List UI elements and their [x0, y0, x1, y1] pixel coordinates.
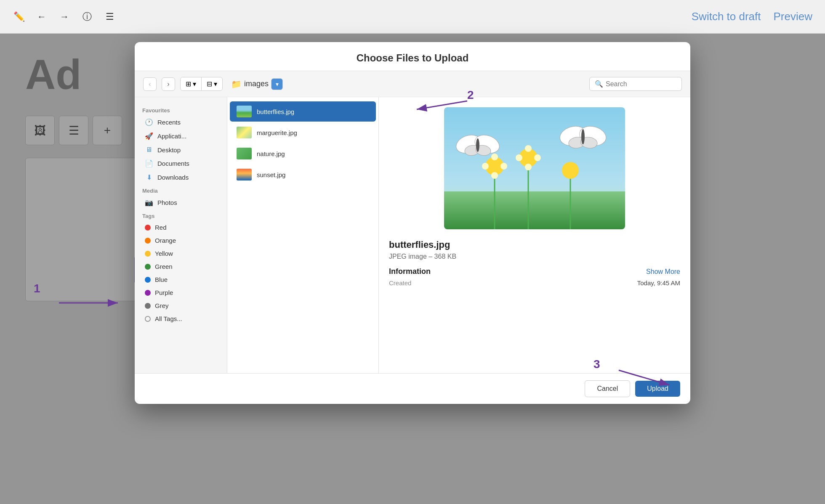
sidebar-tag-grey[interactable]: Grey	[137, 299, 224, 312]
menu-icon[interactable]: ☰	[104, 11, 116, 23]
sidebar-tag-red[interactable]: Red	[137, 221, 224, 234]
downloads-icon: ⬇	[145, 173, 153, 181]
svg-point-25	[581, 129, 585, 144]
sunset-thumb	[237, 169, 252, 180]
nature-thumb	[237, 148, 252, 159]
sidebar-tag-yellow[interactable]: Yellow	[137, 247, 224, 260]
grey-tag-dot	[145, 303, 151, 309]
svg-point-20	[476, 138, 479, 152]
sidebar-all-tags[interactable]: All Tags...	[137, 312, 224, 325]
preview-image	[444, 107, 625, 229]
recents-icon: 🕐	[145, 118, 153, 126]
sidebar-item-downloads[interactable]: ⬇ Downloads	[137, 170, 224, 184]
file-item-nature[interactable]: nature.jpg	[230, 143, 376, 164]
butterflies-filename: butterflies.jpg	[257, 108, 294, 115]
sidebar-tag-blue[interactable]: Blue	[137, 273, 224, 286]
search-input[interactable]	[606, 80, 673, 88]
folder-icon: 📁	[231, 79, 242, 89]
show-more-button[interactable]: Show More	[646, 268, 680, 276]
preview-filename: butterflies.jpg	[389, 239, 450, 250]
dialog-overlay: Choose Files to Upload ‹ › ⊞ ▾ ⊟ ▾ 📁 ima…	[0, 34, 825, 504]
green-tag-label: Green	[155, 263, 173, 270]
dialog-toolbar: ‹ › ⊞ ▾ ⊟ ▾ 📁 images ▾ 🔍	[135, 71, 690, 97]
sunset-filename: sunset.jpg	[257, 171, 285, 178]
all-tags-label: All Tags...	[155, 315, 182, 322]
columns-view-icon: ⊞	[186, 80, 191, 88]
marguerite-filename: marguerite.jpg	[257, 129, 297, 136]
sidebar-item-photos[interactable]: 📷 Photos	[137, 196, 224, 210]
path-dropdown-button[interactable]: ▾	[271, 78, 283, 90]
sidebar-item-documents[interactable]: 📄 Documents	[137, 157, 224, 170]
file-item-sunset[interactable]: sunset.jpg	[230, 164, 376, 185]
search-icon: 🔍	[595, 80, 603, 88]
all-tags-dot	[145, 316, 151, 322]
file-item-marguerite[interactable]: marguerite.jpg	[230, 122, 376, 143]
orange-tag-label: Orange	[155, 237, 176, 244]
cancel-button[interactable]: Cancel	[585, 380, 630, 397]
preview-info-row: Information Show More	[389, 267, 680, 276]
purple-tag-label: Purple	[155, 289, 173, 296]
svg-point-11	[500, 163, 507, 170]
sidebar-tag-orange[interactable]: Orange	[137, 234, 224, 247]
svg-point-14	[516, 154, 522, 161]
svg-point-9	[491, 172, 498, 179]
svg-point-8	[491, 154, 498, 160]
view-toggle: ⊞ ▾ ⊟ ▾	[180, 77, 223, 91]
sidebar-downloads-label: Downloads	[157, 174, 189, 181]
preview-button[interactable]: Preview	[774, 10, 812, 23]
dialog-upload-button[interactable]: Upload	[635, 381, 680, 397]
svg-rect-1	[444, 191, 625, 229]
info-icon[interactable]: ⓘ	[81, 11, 93, 23]
back-nav-button[interactable]: ‹	[143, 77, 157, 91]
nature-filename: nature.jpg	[257, 150, 285, 157]
desktop-icon: 🖥	[145, 146, 153, 154]
blue-tag-label: Blue	[155, 276, 168, 283]
apps-icon: 🚀	[145, 132, 153, 140]
svg-point-10	[482, 163, 489, 170]
favourites-label: Favourites	[135, 104, 227, 115]
sidebar-item-recents[interactable]: 🕐 Recents	[137, 115, 224, 129]
redo-icon[interactable]: →	[58, 11, 71, 23]
sidebar-tag-purple[interactable]: Purple	[137, 286, 224, 299]
butterfly-preview-svg	[444, 107, 625, 229]
dialog-footer: Cancel Upload	[135, 373, 690, 404]
sidebar-item-applications[interactable]: 🚀 Applicati...	[137, 129, 224, 143]
created-label: Created	[389, 279, 411, 286]
blue-tag-dot	[145, 277, 151, 283]
sidebar-apps-label: Applicati...	[157, 133, 186, 140]
svg-point-13	[525, 164, 532, 170]
red-tag-label: Red	[155, 224, 167, 231]
preview-created-row: Created Today, 9:45 AM	[389, 279, 680, 286]
grid-view-button[interactable]: ⊟ ▾	[202, 77, 222, 90]
sidebar-tag-green[interactable]: Green	[137, 260, 224, 273]
preview-panel: butterflies.jpg JPEG image – 368 KB Info…	[379, 97, 690, 373]
preview-filetype: JPEG image – 368 KB	[389, 253, 456, 260]
sidebar-docs-label: Documents	[157, 160, 189, 167]
undo-icon[interactable]: ←	[35, 11, 48, 23]
sidebar-item-desktop[interactable]: 🖥 Desktop	[137, 143, 224, 157]
file-list: butterflies.jpg marguerite.jpg nature.jp…	[227, 97, 379, 373]
file-item-butterflies[interactable]: butterflies.jpg	[230, 101, 376, 122]
butterflies-thumb	[237, 106, 252, 117]
grid-view-chevron: ▾	[214, 80, 217, 88]
switch-to-draft-button[interactable]: Switch to draft	[692, 10, 761, 23]
columns-view-chevron: ▾	[193, 80, 196, 88]
yellow-tag-label: Yellow	[155, 250, 173, 257]
purple-tag-dot	[145, 290, 151, 296]
dialog-body: Favourites 🕐 Recents 🚀 Applicati... 🖥 De…	[135, 97, 690, 373]
docs-icon: 📄	[145, 159, 153, 167]
grid-view-icon: ⊟	[207, 80, 212, 88]
photos-icon: 📷	[145, 199, 153, 207]
yellow-tag-dot	[145, 251, 151, 257]
orange-tag-dot	[145, 238, 151, 244]
pen-icon: ✏️	[13, 11, 25, 23]
toolbar-left: ✏️ ← → ⓘ ☰	[13, 11, 116, 23]
created-value: Today, 9:45 AM	[637, 279, 680, 286]
folder-path: 📁 images ▾	[231, 78, 283, 90]
folder-name: images	[244, 80, 269, 88]
columns-view-button[interactable]: ⊞ ▾	[181, 77, 202, 90]
green-tag-dot	[145, 264, 151, 270]
svg-point-7	[562, 162, 579, 179]
sidebar-desktop-label: Desktop	[157, 146, 181, 154]
forward-nav-button[interactable]: ›	[162, 77, 175, 91]
